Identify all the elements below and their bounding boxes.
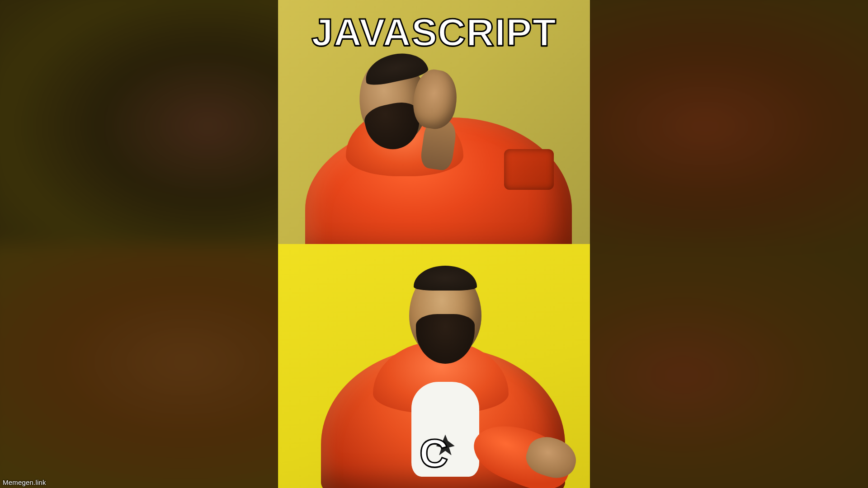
watermark-text: Memegen.link — [3, 479, 46, 486]
meme-image: JAVASCRIPT C — [278, 0, 590, 488]
meme-panel-approve: C — [278, 244, 590, 488]
meme-bottom-caption: C — [420, 430, 449, 476]
meme-top-caption: JAVASCRIPT — [311, 10, 557, 55]
meme-panel-reject: JAVASCRIPT — [278, 0, 590, 244]
